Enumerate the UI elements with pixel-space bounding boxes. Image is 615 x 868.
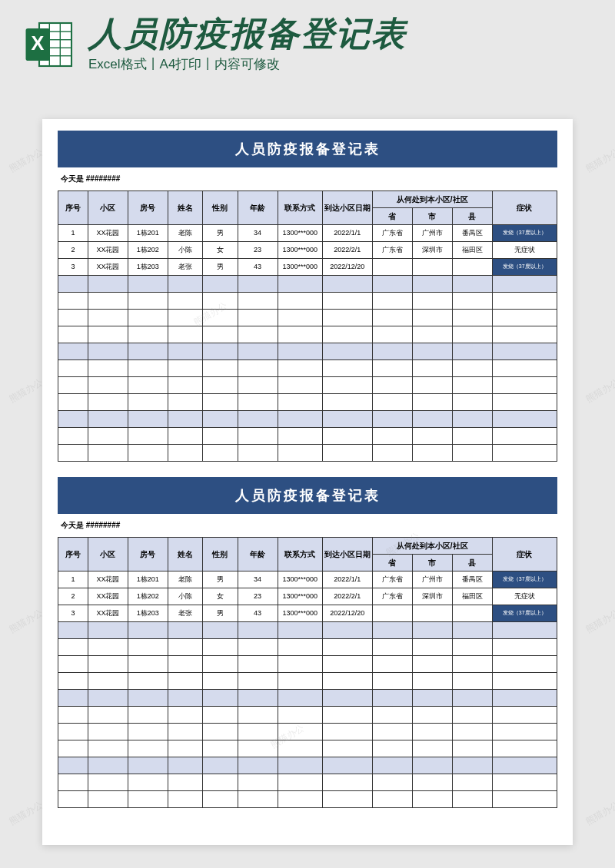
cell-province: 广东省: [372, 588, 412, 605]
cell-community: XX花园: [88, 571, 128, 588]
col-header-age: 年龄: [238, 191, 278, 225]
cell-name: 老陈: [168, 225, 202, 242]
cell-arrive: 2022/2/1: [322, 242, 372, 259]
table-row-empty: [58, 411, 557, 428]
cell-city: [412, 259, 452, 276]
col-header-seq: 序号: [58, 538, 88, 571]
cell-community: XX花园: [88, 242, 128, 259]
watermark: 熊猫办公: [583, 145, 615, 175]
col-header-county: 县: [452, 208, 492, 225]
watermark: 熊猫办公: [583, 376, 615, 406]
col-header-gender: 性别: [203, 538, 238, 571]
col-header-origin_group: 从何处到本小区/社区: [372, 538, 492, 555]
cell-room: 1栋203: [128, 605, 168, 622]
col-header-community: 小区: [88, 191, 128, 225]
cell-contact: 1300***000: [278, 571, 322, 588]
table-row-empty: [58, 428, 557, 445]
cell-room: 1栋202: [128, 242, 168, 259]
table-row-empty: [58, 360, 557, 377]
col-header-age: 年龄: [238, 538, 278, 571]
watermark: 熊猫办公: [583, 798, 615, 828]
table-row-empty: [58, 690, 557, 707]
cell-name: 老陈: [168, 571, 202, 588]
table-row-empty: [58, 724, 557, 740]
cell-community: XX花园: [88, 259, 128, 276]
cell-county: 番禺区: [452, 571, 492, 588]
excel-icon: X: [23, 18, 77, 71]
date-row: 今天是 ########: [58, 514, 557, 537]
table-row-empty: [58, 293, 557, 310]
cell-symptom: 发烧（37度以上）: [492, 571, 557, 588]
table-row-empty: [58, 343, 557, 360]
title-block: 人员防疫报备登记表 Excel格式丨A4打印丨内容可修改: [88, 15, 592, 73]
cell-county: [452, 259, 492, 276]
document-preview: 人员防疫报备登记表今天是 ########序号小区房号姓名性别年龄联系方式到达小…: [42, 119, 573, 845]
cell-room: 1栋201: [128, 571, 168, 588]
table-row-empty: [58, 673, 557, 690]
table-row-empty: [58, 656, 557, 673]
col-header-arrive_date: 到达小区日期: [322, 191, 372, 225]
table-row-empty: [58, 394, 557, 411]
table-row-empty: [58, 791, 557, 808]
cell-room: 1栋201: [128, 225, 168, 242]
table-row-empty: [58, 774, 557, 791]
col-header-symptom: 症状: [492, 191, 557, 225]
cell-community: XX花园: [88, 588, 128, 605]
cell-city: [412, 605, 452, 622]
cell-arrive: 2022/1/1: [322, 225, 372, 242]
cell-age: 23: [238, 588, 278, 605]
table-row-empty: [58, 377, 557, 394]
col-header-city: 市: [412, 555, 452, 571]
table-row-empty: [58, 276, 557, 293]
table-row: 1XX花园1栋201老陈男341300***0002022/1/1广东省广州市番…: [58, 225, 557, 242]
table-row-empty: [58, 707, 557, 724]
col-header-community: 小区: [88, 538, 128, 571]
table-row-empty: [58, 622, 557, 639]
sheet-title: 人员防疫报备登记表: [58, 477, 557, 514]
main-title: 人员防疫报备登记表: [88, 15, 592, 52]
table-row: 3XX花园1栋203老张男431300***0002022/12/20发烧（37…: [58, 259, 557, 276]
col-header-seq: 序号: [58, 191, 88, 225]
cell-gender: 女: [203, 588, 238, 605]
table-row-empty: [58, 639, 557, 656]
cell-province: 广东省: [372, 225, 412, 242]
col-header-name: 姓名: [168, 191, 202, 225]
cell-arrive: 2022/2/1: [322, 588, 372, 605]
cell-arrive: 2022/12/20: [322, 605, 372, 622]
cell-age: 34: [238, 571, 278, 588]
cell-gender: 女: [203, 242, 238, 259]
cell-province: 广东省: [372, 242, 412, 259]
cell-symptom: 发烧（37度以上）: [492, 605, 557, 622]
sub-title: Excel格式丨A4打印丨内容可修改: [88, 55, 592, 73]
cell-gender: 男: [203, 225, 238, 242]
watermark: 熊猫办公: [7, 798, 45, 828]
cell-seq: 1: [58, 225, 88, 242]
cell-province: 广东省: [372, 571, 412, 588]
cell-symptom: 发烧（37度以上）: [492, 259, 557, 276]
watermark: 熊猫办公: [7, 606, 45, 636]
cell-contact: 1300***000: [278, 588, 322, 605]
cell-symptom: 发烧（37度以上）: [492, 225, 557, 242]
col-header-origin_group: 从何处到本小区/社区: [372, 191, 492, 208]
cell-name: 老张: [168, 259, 202, 276]
registration-table: 序号小区房号姓名性别年龄联系方式到达小区日期从何处到本小区/社区症状省市县1XX…: [58, 190, 557, 462]
cell-seq: 3: [58, 259, 88, 276]
cell-symptom: 无症状: [492, 588, 557, 605]
cell-city: 深圳市: [412, 588, 452, 605]
cell-name: 小陈: [168, 242, 202, 259]
cell-county: 福田区: [452, 242, 492, 259]
cell-contact: 1300***000: [278, 259, 322, 276]
cell-symptom: 无症状: [492, 242, 557, 259]
cell-county: 福田区: [452, 588, 492, 605]
col-header-room: 房号: [128, 538, 168, 571]
cell-arrive: 2022/1/1: [322, 571, 372, 588]
col-header-arrive_date: 到达小区日期: [322, 538, 372, 571]
cell-room: 1栋203: [128, 259, 168, 276]
cell-county: [452, 605, 492, 622]
col-header-symptom: 症状: [492, 538, 557, 571]
table-row-empty: [58, 326, 557, 343]
cell-gender: 男: [203, 571, 238, 588]
cell-seq: 1: [58, 571, 88, 588]
sheet-block: 人员防疫报备登记表今天是 ########序号小区房号姓名性别年龄联系方式到达小…: [58, 131, 557, 462]
col-header-county: 县: [452, 555, 492, 571]
